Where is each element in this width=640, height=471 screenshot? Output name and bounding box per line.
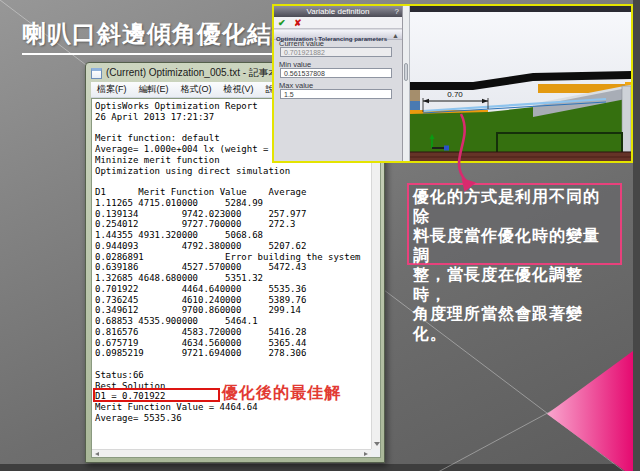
scroll-right-icon[interactable] [364,452,368,456]
best-solution-annotation: 優化後的最佳解 [222,383,341,404]
cad-viewport[interactable]: 0.70 [410,12,631,161]
scroll-left-icon[interactable] [95,452,99,456]
blue-part [410,101,420,110]
horizontal-scrollbar[interactable] [92,449,371,457]
menu-view[interactable]: 檢視(V) [218,83,260,96]
resize-grip[interactable] [371,449,380,457]
variable-definition-panel: Variable definition ? ✔ ✘ Optimization \… [274,6,403,161]
tan-part [410,90,420,101]
scroll-down-icon[interactable] [374,442,380,446]
page-title: 喇叭口斜邊傾角優化結果 [22,18,297,55]
dialog-toolbar: ✔ ✘ [274,17,402,29]
presentation-slide: 喇叭口斜邊傾角優化結果 (Current) Optimization_005.t… [0,0,640,471]
menu-format[interactable]: 格式(O) [175,83,218,96]
notepad-window-title: (Current) Optimization_005.txt - 記事本 [106,66,279,80]
ok-check-icon[interactable]: ✔ [278,18,286,28]
splitter-handle[interactable] [404,63,408,81]
panel-splitter[interactable] [403,6,410,161]
description-box: 優化的方式是利用不同的除 料長度當作優化時的變量調 整，當長度在優化調整時， 角… [407,183,622,265]
collapse-chevron-icon[interactable]: ▲ [392,32,399,39]
menu-file[interactable]: 檔案(F) [91,83,133,96]
current-value-field[interactable]: 0.701921882 [280,47,392,57]
right-column [622,86,631,152]
cancel-x-icon[interactable]: ✘ [294,18,302,28]
best-solution-highlight-box [93,388,220,402]
min-value-field[interactable]: 0.561537808 [280,68,392,78]
max-value-field[interactable]: 1.5 [280,89,392,99]
notepad-icon [91,68,102,79]
screenshot-capture-box: Variable definition ? ✔ ✘ Optimization \… [272,4,633,163]
dimension-value-label: 0.70 [447,90,463,99]
dialog-title: Variable definition [274,6,402,17]
menu-edit[interactable]: 編輯(E) [133,83,175,96]
help-icon[interactable]: ? [395,6,399,17]
